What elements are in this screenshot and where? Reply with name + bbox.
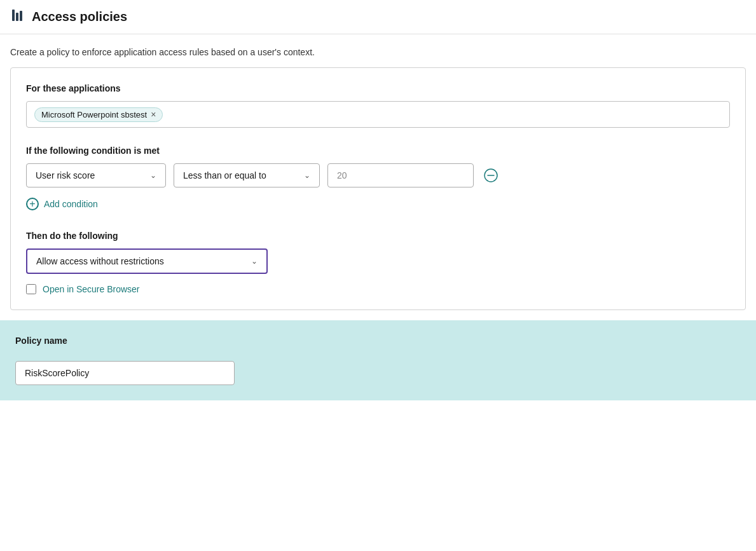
page-description: Create a policy to enforce application a… <box>0 34 756 57</box>
svg-rect-0 <box>12 10 15 21</box>
condition-row: User risk score ⌄ Less than or equal to … <box>26 163 730 187</box>
value-input[interactable] <box>327 163 474 187</box>
remove-condition-button[interactable] <box>481 166 500 185</box>
policy-form: For these applications Microsoft Powerpo… <box>10 67 746 310</box>
access-policies-icon <box>10 8 25 26</box>
applications-section: For these applications Microsoft Powerpo… <box>26 83 730 128</box>
add-condition-label: Add condition <box>44 199 98 209</box>
operator-dropdown-chevron-icon: ⌄ <box>304 171 310 180</box>
secure-browser-checkbox[interactable] <box>26 284 36 294</box>
page-header: Access policies <box>0 0 756 34</box>
app-tag: Microsoft Powerpoint sbstest × <box>34 107 163 122</box>
add-condition-icon: + <box>26 198 39 210</box>
svg-rect-2 <box>20 11 22 21</box>
applications-label: For these applications <box>26 83 730 93</box>
risk-score-dropdown[interactable]: User risk score ⌄ <box>26 163 166 187</box>
checkbox-row: Open in Secure Browser <box>26 284 730 294</box>
risk-score-label: User risk score <box>36 170 95 180</box>
action-label: Allow access without restrictions <box>36 256 164 266</box>
then-label: Then do the following <box>26 231 730 241</box>
operator-dropdown[interactable]: Less than or equal to ⌄ <box>174 163 320 187</box>
applications-field[interactable]: Microsoft Powerpoint sbstest × <box>26 101 730 128</box>
add-condition-button[interactable]: + Add condition <box>26 198 98 210</box>
svg-rect-1 <box>16 13 18 21</box>
operator-label: Less than or equal to <box>183 170 266 180</box>
risk-dropdown-chevron-icon: ⌄ <box>150 171 156 180</box>
action-dropdown-chevron-icon: ⌄ <box>251 257 258 266</box>
policy-name-input[interactable] <box>15 361 235 385</box>
secure-browser-label[interactable]: Open in Secure Browser <box>43 284 140 294</box>
policy-name-label: Policy name <box>15 336 741 346</box>
app-tag-remove-button[interactable]: × <box>151 110 156 119</box>
policy-name-section: Policy name <box>0 320 756 400</box>
page-title: Access policies <box>32 10 127 24</box>
condition-section: If the following condition is met User r… <box>26 146 730 210</box>
app-tag-text: Microsoft Powerpoint sbstest <box>41 110 147 119</box>
condition-label: If the following condition is met <box>26 146 730 156</box>
action-dropdown[interactable]: Allow access without restrictions ⌄ <box>26 248 268 274</box>
then-section: Then do the following Allow access witho… <box>26 231 730 294</box>
